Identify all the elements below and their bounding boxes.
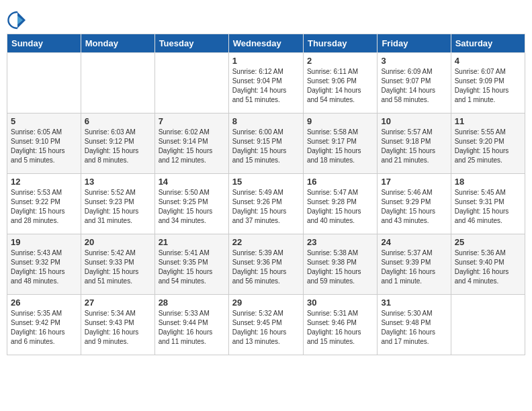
day-info: Sunrise: 5:42 AM Sunset: 9:33 PM Dayligh… xyxy=(85,248,151,286)
empty-cell xyxy=(81,53,154,113)
day-number: 20 xyxy=(85,237,151,247)
day-info: Sunrise: 5:46 AM Sunset: 9:29 PM Dayligh… xyxy=(381,188,447,226)
day-number: 28 xyxy=(159,298,225,308)
day-info: Sunrise: 5:52 AM Sunset: 9:23 PM Dayligh… xyxy=(85,188,151,226)
calendar-day-cell: 9Sunrise: 5:58 AM Sunset: 9:17 PM Daylig… xyxy=(303,113,377,174)
day-number: 30 xyxy=(307,298,373,308)
day-number: 19 xyxy=(11,237,77,247)
day-info: Sunrise: 6:02 AM Sunset: 9:14 PM Dayligh… xyxy=(159,128,225,165)
day-number: 2 xyxy=(307,56,373,66)
day-info: Sunrise: 5:37 AM Sunset: 9:39 PM Dayligh… xyxy=(381,248,447,286)
day-info: Sunrise: 5:34 AM Sunset: 9:43 PM Dayligh… xyxy=(85,309,151,347)
day-info: Sunrise: 5:36 AM Sunset: 9:40 PM Dayligh… xyxy=(455,248,521,286)
empty-cell xyxy=(451,295,525,355)
calendar-day-cell: 23Sunrise: 5:38 AM Sunset: 9:38 PM Dayli… xyxy=(303,234,377,295)
calendar-day-cell: 17Sunrise: 5:46 AM Sunset: 9:29 PM Dayli… xyxy=(378,174,451,234)
day-info: Sunrise: 5:58 AM Sunset: 9:17 PM Dayligh… xyxy=(307,128,373,165)
calendar-day-cell: 20Sunrise: 5:42 AM Sunset: 9:33 PM Dayli… xyxy=(81,234,154,295)
calendar-day-cell: 11Sunrise: 5:55 AM Sunset: 9:20 PM Dayli… xyxy=(451,113,525,174)
day-number: 27 xyxy=(85,298,151,308)
day-info: Sunrise: 5:47 AM Sunset: 9:28 PM Dayligh… xyxy=(307,188,373,226)
calendar-day-cell: 13Sunrise: 5:52 AM Sunset: 9:23 PM Dayli… xyxy=(81,174,154,234)
day-number: 26 xyxy=(11,298,77,308)
day-number: 24 xyxy=(381,237,447,247)
calendar-day-cell: 18Sunrise: 5:45 AM Sunset: 9:31 PM Dayli… xyxy=(451,174,525,234)
calendar-day-cell: 14Sunrise: 5:50 AM Sunset: 9:25 PM Dayli… xyxy=(154,174,228,234)
day-number: 23 xyxy=(307,237,373,247)
day-number: 12 xyxy=(11,177,77,187)
day-number: 4 xyxy=(455,56,521,66)
day-number: 5 xyxy=(11,116,77,126)
logo xyxy=(7,9,30,31)
column-header-thursday: Thursday xyxy=(303,34,377,53)
day-number: 14 xyxy=(159,177,225,187)
day-info: Sunrise: 5:57 AM Sunset: 9:18 PM Dayligh… xyxy=(381,128,447,165)
day-info: Sunrise: 5:39 AM Sunset: 9:36 PM Dayligh… xyxy=(232,248,300,286)
day-number: 15 xyxy=(232,177,300,187)
day-info: Sunrise: 6:09 AM Sunset: 9:07 PM Dayligh… xyxy=(381,67,447,105)
day-number: 25 xyxy=(455,237,521,247)
calendar-day-cell: 25Sunrise: 5:36 AM Sunset: 9:40 PM Dayli… xyxy=(451,234,525,295)
day-info: Sunrise: 5:38 AM Sunset: 9:38 PM Dayligh… xyxy=(307,248,373,286)
day-number: 22 xyxy=(232,237,300,247)
day-number: 16 xyxy=(307,177,373,187)
column-header-friday: Friday xyxy=(378,34,451,53)
day-number: 18 xyxy=(455,177,521,187)
calendar-day-cell: 6Sunrise: 6:03 AM Sunset: 9:12 PM Daylig… xyxy=(81,113,154,174)
column-header-monday: Monday xyxy=(81,34,154,53)
day-info: Sunrise: 6:11 AM Sunset: 9:06 PM Dayligh… xyxy=(307,67,373,105)
day-info: Sunrise: 5:41 AM Sunset: 9:35 PM Dayligh… xyxy=(159,248,225,286)
day-info: Sunrise: 5:50 AM Sunset: 9:25 PM Dayligh… xyxy=(159,188,225,226)
day-number: 31 xyxy=(381,298,447,308)
calendar-day-cell: 5Sunrise: 6:05 AM Sunset: 9:10 PM Daylig… xyxy=(7,113,81,174)
calendar-day-cell: 12Sunrise: 5:53 AM Sunset: 9:22 PM Dayli… xyxy=(7,174,81,234)
day-number: 17 xyxy=(381,177,447,187)
empty-cell xyxy=(154,53,228,113)
calendar-day-cell: 7Sunrise: 6:02 AM Sunset: 9:14 PM Daylig… xyxy=(154,113,228,174)
calendar-day-cell: 21Sunrise: 5:41 AM Sunset: 9:35 PM Dayli… xyxy=(154,234,228,295)
day-number: 6 xyxy=(85,116,151,126)
day-info: Sunrise: 5:55 AM Sunset: 9:20 PM Dayligh… xyxy=(455,128,521,165)
day-number: 29 xyxy=(232,298,300,308)
page-header xyxy=(7,7,525,31)
day-info: Sunrise: 5:53 AM Sunset: 9:22 PM Dayligh… xyxy=(11,188,77,226)
day-number: 1 xyxy=(232,56,300,66)
logo-icon xyxy=(7,9,28,31)
calendar-day-cell: 10Sunrise: 5:57 AM Sunset: 9:18 PM Dayli… xyxy=(378,113,451,174)
day-info: Sunrise: 5:31 AM Sunset: 9:46 PM Dayligh… xyxy=(307,309,373,347)
day-info: Sunrise: 5:43 AM Sunset: 9:32 PM Dayligh… xyxy=(11,248,77,286)
calendar-day-cell: 29Sunrise: 5:32 AM Sunset: 9:45 PM Dayli… xyxy=(228,295,303,355)
day-number: 3 xyxy=(381,56,447,66)
day-info: Sunrise: 5:49 AM Sunset: 9:26 PM Dayligh… xyxy=(232,188,300,226)
empty-cell xyxy=(7,53,81,113)
column-header-wednesday: Wednesday xyxy=(228,34,303,53)
calendar-day-cell: 24Sunrise: 5:37 AM Sunset: 9:39 PM Dayli… xyxy=(378,234,451,295)
calendar-day-cell: 30Sunrise: 5:31 AM Sunset: 9:46 PM Dayli… xyxy=(303,295,377,355)
day-number: 11 xyxy=(455,116,521,126)
day-number: 10 xyxy=(381,116,447,126)
calendar-day-cell: 1Sunrise: 6:12 AM Sunset: 9:04 PM Daylig… xyxy=(228,53,303,113)
column-header-sunday: Sunday xyxy=(7,34,81,53)
calendar-day-cell: 2Sunrise: 6:11 AM Sunset: 9:06 PM Daylig… xyxy=(303,53,377,113)
calendar-day-cell: 19Sunrise: 5:43 AM Sunset: 9:32 PM Dayli… xyxy=(7,234,81,295)
calendar-week-row: 19Sunrise: 5:43 AM Sunset: 9:32 PM Dayli… xyxy=(7,234,525,295)
calendar-day-cell: 8Sunrise: 6:00 AM Sunset: 9:15 PM Daylig… xyxy=(228,113,303,174)
calendar-day-cell: 15Sunrise: 5:49 AM Sunset: 9:26 PM Dayli… xyxy=(228,174,303,234)
calendar-header-row: SundayMondayTuesdayWednesdayThursdayFrid… xyxy=(7,34,525,53)
calendar-day-cell: 27Sunrise: 5:34 AM Sunset: 9:43 PM Dayli… xyxy=(81,295,154,355)
day-number: 7 xyxy=(159,116,225,126)
day-info: Sunrise: 5:32 AM Sunset: 9:45 PM Dayligh… xyxy=(232,309,300,347)
day-info: Sunrise: 6:07 AM Sunset: 9:09 PM Dayligh… xyxy=(455,67,521,105)
day-info: Sunrise: 6:05 AM Sunset: 9:10 PM Dayligh… xyxy=(11,128,77,165)
calendar-week-row: 26Sunrise: 5:35 AM Sunset: 9:42 PM Dayli… xyxy=(7,295,525,355)
day-info: Sunrise: 5:30 AM Sunset: 9:48 PM Dayligh… xyxy=(381,309,447,347)
calendar-day-cell: 28Sunrise: 5:33 AM Sunset: 9:44 PM Dayli… xyxy=(154,295,228,355)
calendar-day-cell: 31Sunrise: 5:30 AM Sunset: 9:48 PM Dayli… xyxy=(378,295,451,355)
day-number: 9 xyxy=(307,116,373,126)
calendar-day-cell: 16Sunrise: 5:47 AM Sunset: 9:28 PM Dayli… xyxy=(303,174,377,234)
day-info: Sunrise: 6:12 AM Sunset: 9:04 PM Dayligh… xyxy=(232,67,300,105)
day-number: 13 xyxy=(85,177,151,187)
column-header-tuesday: Tuesday xyxy=(154,34,228,53)
calendar-week-row: 5Sunrise: 6:05 AM Sunset: 9:10 PM Daylig… xyxy=(7,113,525,174)
day-info: Sunrise: 5:45 AM Sunset: 9:31 PM Dayligh… xyxy=(455,188,521,226)
